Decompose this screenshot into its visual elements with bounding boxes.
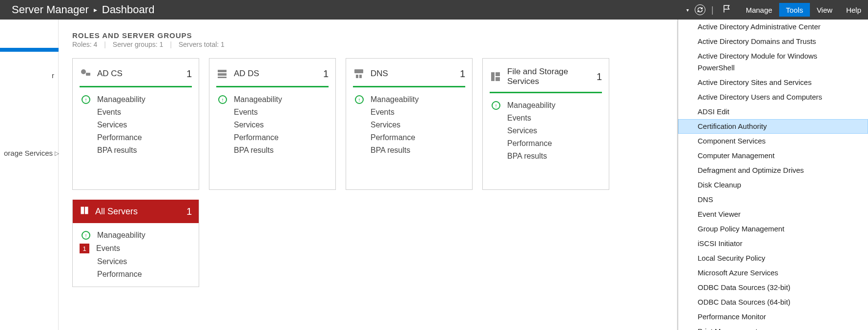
tools-menu-item[interactable]: Performance Monitor xyxy=(678,309,868,324)
row-label: BPA results xyxy=(234,146,274,155)
row-bpa[interactable]: BPA results xyxy=(80,144,192,157)
header-bar: Server Manager ▸ Dashboard ▾ | Manage To… xyxy=(0,0,868,20)
role-card[interactable]: AD DS1↑ManageabilityEventsServicesPerfor… xyxy=(209,58,336,190)
menu-help[interactable]: Help xyxy=(839,3,868,17)
row-label: BPA results xyxy=(371,146,411,155)
row-label: Services xyxy=(234,121,264,129)
tools-menu-item[interactable]: Computer Management xyxy=(678,148,868,163)
breadcrumb-separator-icon: ▸ xyxy=(94,6,97,14)
tools-menu-item[interactable]: ADSI Edit xyxy=(678,104,868,119)
card-header: AD DS1 xyxy=(209,59,335,86)
menu-tools[interactable]: Tools xyxy=(779,3,810,17)
svg-rect-1 xyxy=(86,73,90,76)
tools-menu-item[interactable]: Group Policy Management xyxy=(678,222,868,236)
row-manageability[interactable]: ↑Manageability xyxy=(80,93,192,106)
row-events[interactable]: Events xyxy=(80,106,192,119)
tools-menu-item[interactable]: Active Directory Module for Windows Powe… xyxy=(678,49,868,75)
row-label: Services xyxy=(97,257,127,266)
tools-menu-item[interactable]: Active Directory Domains and Trusts xyxy=(678,34,868,49)
tools-menu-item[interactable]: Active Directory Sites and Services xyxy=(678,75,868,90)
row-bpa[interactable]: BPA results xyxy=(490,150,602,163)
refresh-icon[interactable] xyxy=(695,4,705,15)
row-manageability[interactable]: ↑Manageability xyxy=(353,93,465,106)
tools-menu-item[interactable]: Disk Cleanup xyxy=(678,178,868,192)
row-events[interactable]: Events xyxy=(490,112,602,124)
row-label: Events xyxy=(507,114,531,123)
row-performance[interactable]: Performance xyxy=(490,137,602,150)
row-performance[interactable]: Performance xyxy=(80,268,192,281)
tools-menu-item[interactable]: Event Viewer xyxy=(678,207,868,222)
up-arrow-icon: ↑ xyxy=(218,95,227,104)
tools-menu-item[interactable]: iSCSI Initiator xyxy=(678,236,868,251)
row-label: Events xyxy=(371,108,394,117)
tools-menu-item[interactable]: DNS xyxy=(678,192,868,207)
card-count: 1 xyxy=(323,68,329,80)
card-count: 1 xyxy=(460,68,465,80)
notification-flag-icon[interactable] xyxy=(723,4,731,16)
all-servers-body: ↑ Manageability 1 Events Services Perfor… xyxy=(73,223,199,287)
row-label: Performance xyxy=(97,133,142,142)
card-title: File and Storage Services xyxy=(507,67,597,86)
svg-rect-5 xyxy=(354,69,363,73)
all-servers-count: 1 xyxy=(186,206,192,217)
up-arrow-icon: ↑ xyxy=(82,95,90,104)
role-card[interactable]: DNS1↑ManageabilityEventsServicesPerforma… xyxy=(346,58,473,190)
row-manageability[interactable]: ↑Manageability xyxy=(216,93,329,106)
caret-down-icon[interactable]: ▾ xyxy=(686,7,689,13)
tools-menu-item[interactable]: Local Security Policy xyxy=(678,251,868,266)
card-body: ↑ManageabilityEventsServicesPerformanceB… xyxy=(346,87,472,163)
row-label: Manageability xyxy=(507,101,556,110)
row-manageability[interactable]: ↑Manageability xyxy=(490,99,602,112)
all-servers-title: All Servers xyxy=(95,206,186,217)
row-label: Events xyxy=(97,108,121,117)
row-services[interactable]: Services xyxy=(80,255,192,268)
role-card[interactable]: AD CS1↑ManageabilityEventsServicesPerfor… xyxy=(72,58,199,190)
role-icon xyxy=(353,68,365,80)
row-performance[interactable]: Performance xyxy=(80,131,192,144)
row-bpa[interactable]: BPA results xyxy=(353,144,465,157)
up-arrow-icon: ↑ xyxy=(82,231,90,240)
row-label: Services xyxy=(507,126,537,135)
all-servers-card[interactable]: All Servers 1 ↑ Manageability 1 Events S… xyxy=(72,200,199,287)
row-performance[interactable]: Performance xyxy=(216,131,329,144)
card-body: ↑ManageabilityEventsServicesPerformanceB… xyxy=(209,87,335,163)
tools-menu-item[interactable]: Component Services xyxy=(678,134,868,148)
row-label: Manageability xyxy=(97,231,145,240)
card-title: AD CS xyxy=(97,69,186,79)
row-bpa[interactable]: BPA results xyxy=(216,144,329,157)
svg-rect-9 xyxy=(496,72,500,76)
roles-count: 4 xyxy=(94,41,98,48)
tools-menu-item[interactable]: Microsoft Azure Services xyxy=(678,266,868,280)
svg-rect-2 xyxy=(218,70,227,72)
svg-rect-4 xyxy=(218,77,227,78)
row-performance[interactable]: Performance xyxy=(353,131,465,144)
row-manageability[interactable]: ↑ Manageability xyxy=(80,229,192,242)
menu-view[interactable]: View xyxy=(810,3,839,17)
tools-menu-item[interactable]: Print Management xyxy=(678,324,868,330)
row-events[interactable]: Events xyxy=(353,106,465,119)
svg-rect-12 xyxy=(85,207,88,214)
sidebar-item-label: orage Services xyxy=(4,149,53,157)
row-label: Manageability xyxy=(234,95,282,104)
tools-dropdown-menu: Active Directory Administrative CenterAc… xyxy=(678,20,868,330)
sidebar-item-storage[interactable]: orage Services ▷ xyxy=(0,146,58,160)
row-events[interactable]: 1 Events xyxy=(80,242,192,255)
row-services[interactable]: Services xyxy=(490,124,602,137)
row-label: Events xyxy=(96,244,120,253)
row-services[interactable]: Services xyxy=(80,119,192,131)
tools-menu-item[interactable]: ODBC Data Sources (64-bit) xyxy=(678,295,868,309)
sidebar-item-partial[interactable]: r xyxy=(0,68,58,82)
role-card[interactable]: File and Storage Services1↑Manageability… xyxy=(482,58,609,190)
tools-menu-item[interactable]: ODBC Data Sources (32-bit) xyxy=(678,280,868,295)
row-label: Services xyxy=(97,121,127,129)
tools-menu-item[interactable]: Defragment and Optimize Drives xyxy=(678,163,868,178)
tools-menu-item[interactable]: Active Directory Users and Computers xyxy=(678,90,868,104)
row-label: Performance xyxy=(234,133,279,142)
row-services[interactable]: Services xyxy=(216,119,329,131)
tools-menu-item[interactable]: Active Directory Administrative Center xyxy=(678,20,868,34)
menu-manage[interactable]: Manage xyxy=(739,3,779,17)
tools-menu-item[interactable]: Certification Authority xyxy=(678,119,868,134)
row-label: Manageability xyxy=(97,95,145,104)
row-events[interactable]: Events xyxy=(216,106,329,119)
row-services[interactable]: Services xyxy=(353,119,465,131)
